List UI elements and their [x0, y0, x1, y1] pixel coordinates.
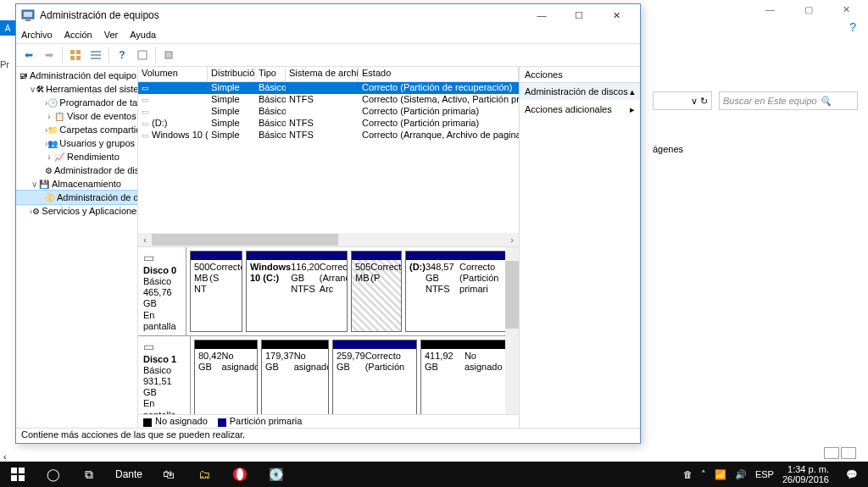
svg-rect-14 [11, 475, 17, 481]
tree-task-scheduler[interactable]: ›🕒Programador de tareas [16, 96, 137, 109]
submenu-icon: ▸ [630, 104, 635, 115]
systray[interactable]: 🗑 ˄ 📶 🔊 ESP [682, 469, 776, 480]
view-grid-button[interactable] [66, 46, 85, 64]
taskbar-app-dante[interactable]: Dante [107, 462, 151, 487]
taskbar[interactable]: ◯ ⧉ Dante 🛍 🗂 💽 🗑 ˄ 📶 🔊 ESP 1:34 p. m. 2… [0, 462, 868, 487]
svg-rect-13 [19, 468, 25, 473]
tray-recycle-icon[interactable]: 🗑 [683, 469, 693, 479]
bg-help-icon[interactable]: ? [849, 20, 856, 34]
taskbar-clock[interactable]: 1:34 p. m. 26/09/2016 [776, 464, 836, 484]
tree-storage[interactable]: ∨💾Almacenamiento [16, 177, 137, 191]
tray-volume-icon[interactable]: 🔊 [735, 469, 747, 480]
tree-event-viewer[interactable]: ›📋Visor de eventos [16, 109, 137, 123]
scroll-right-icon[interactable]: › [505, 235, 519, 245]
hdd-icon: ▭ [143, 340, 185, 354]
tree-device-manager[interactable]: ⚙Administrador de dispo [16, 163, 137, 177]
taskbar-app-store[interactable]: 🛍 [151, 462, 186, 487]
graph-vscrollbar[interactable] [505, 247, 519, 414]
tree-services-apps[interactable]: ›⚙Servicios y Aplicaciones [16, 204, 137, 218]
disk0-partition-4[interactable]: (D:)348,57 GB NTFSCorrecto (Partición pr… [405, 251, 515, 332]
bg-address-bar[interactable]: ∨ ↻ [653, 91, 712, 110]
svg-rect-7 [91, 51, 101, 53]
close-button[interactable]: ✕ [598, 4, 635, 26]
disk0-partition-1[interactable]: 500 MB NTCorrecto (S [190, 251, 242, 332]
bg-close-button[interactable]: ✕ [827, 0, 865, 19]
taskview-button[interactable]: ⧉ [71, 462, 107, 487]
address-refresh-icon[interactable]: ↻ [700, 96, 708, 107]
disk0-partition-3[interactable]: 505 MBCorrecto (P [351, 251, 402, 332]
disk1-partition-1[interactable]: 80,42 GBNo asignado [194, 340, 258, 421]
refresh-button[interactable] [133, 46, 152, 64]
help-button[interactable]: ? [113, 46, 131, 64]
disk1-partition-4[interactable]: 411,92 GBNo asignado [420, 340, 515, 421]
collapse-icon: ▴ [630, 86, 635, 97]
disk0-info[interactable]: ▭ Disco 0 Básico 465,76 GB En pantalla [138, 247, 186, 335]
nav-back-button[interactable]: ⬅ [19, 46, 38, 64]
bg-view-details-icon[interactable] [824, 447, 839, 459]
cortana-button[interactable]: ◯ [36, 462, 71, 487]
hdd-icon: ▭ [143, 251, 181, 265]
disk-row-1[interactable]: ▭ Disco 1 Básico 931,51 GB En pantalla 8… [138, 336, 519, 425]
ribbon-tab-fragment[interactable]: A [0, 20, 15, 36]
address-dropdown-icon[interactable]: ∨ [691, 96, 698, 107]
col-volumen[interactable]: Volumen [138, 67, 208, 82]
taskbar-app-opera[interactable] [222, 462, 258, 487]
start-button[interactable] [0, 462, 36, 487]
disk0-partition-2[interactable]: Windows 10 (C:)116,20 GB NTFSCorrecto (A… [246, 251, 348, 332]
action-center-button[interactable]: 💬 [836, 462, 868, 487]
volume-row[interactable]: SimpleBásicoCorrecto (Partición de recup… [138, 82, 519, 94]
computer-management-window: Administración de equipos — ☐ ✕ Archivo … [15, 3, 641, 444]
minimize-button[interactable]: — [523, 4, 560, 26]
volume-row[interactable]: SimpleBásicoNTFSCorrecto (Sistema, Activ… [138, 94, 519, 106]
taskbar-app-explorer[interactable]: 🗂 [186, 462, 222, 487]
svg-rect-1 [24, 12, 32, 17]
bg-minimize-button[interactable]: — [751, 0, 789, 19]
menu-accion[interactable]: Acción [64, 30, 92, 40]
volume-row[interactable]: (D:)SimpleBásicoNTFSCorrecto (Partición … [138, 118, 519, 130]
nav-forward-button[interactable]: ➡ [40, 46, 58, 64]
tray-overflow-icon[interactable]: ˄ [701, 469, 706, 480]
view-list-button[interactable] [86, 46, 105, 64]
volume-row[interactable]: Windows 10 (C:)SimpleBásicoNTFSCorrecto … [138, 130, 519, 141]
disk1-partition-2[interactable]: 179,37 GBNo asignado [261, 340, 329, 421]
menu-ayuda[interactable]: Ayuda [130, 30, 156, 40]
tree-system-tools[interactable]: ∨🛠Herramientas del sistema [16, 82, 137, 96]
tree-shared-folders[interactable]: ›📁Carpetas compartidas [16, 123, 137, 136]
maximize-button[interactable]: ☐ [560, 4, 598, 26]
scroll-left-icon[interactable]: ‹ [3, 451, 7, 462]
svg-rect-9 [91, 58, 101, 59]
bg-view-icons-icon[interactable] [841, 447, 856, 459]
col-distribucion[interactable]: Distribución [208, 67, 255, 82]
scroll-left-icon[interactable]: ‹ [138, 235, 152, 245]
bg-search-input[interactable]: Buscar en Este equipo 🔍 [719, 91, 858, 110]
nav-tree[interactable]: 🖳Administración del equipo (loc ∨🛠Herram… [16, 67, 138, 428]
col-fs[interactable]: Sistema de archivos [286, 67, 359, 82]
menu-ver[interactable]: Ver [104, 30, 119, 40]
tree-performance[interactable]: ›📈Rendimiento [16, 150, 137, 163]
taskbar-app-diskmgmt[interactable]: 💽 [258, 462, 293, 487]
volume-hscrollbar[interactable]: ‹ › [138, 233, 519, 246]
disk1-partition-3[interactable]: 259,79 GBCorrecto (Partición [332, 340, 417, 421]
disk1-info[interactable]: ▭ Disco 1 Básico 931,51 GB En pantalla [138, 336, 191, 424]
tree-disk-management[interactable]: 📀Administración de disco [16, 191, 137, 204]
volume-columns[interactable]: Volumen Distribución Tipo Sistema de arc… [138, 67, 519, 82]
col-tipo[interactable]: Tipo [255, 67, 286, 82]
actions-more[interactable]: Acciones adicionales▸ [520, 101, 640, 118]
col-estado[interactable]: Estado [359, 67, 519, 82]
tree-local-users[interactable]: ›👥Usuarios y grupos locale [16, 136, 137, 150]
statusbar: Contiene más acciones de las que se pued… [16, 428, 640, 443]
volume-list[interactable]: Volumen Distribución Tipo Sistema de arc… [138, 67, 519, 246]
titlebar[interactable]: Administración de equipos — ☐ ✕ [16, 4, 640, 26]
settings-button[interactable] [159, 46, 178, 64]
disk-row-0[interactable]: ▭ Disco 0 Básico 465,76 GB En pantalla 5… [138, 247, 519, 336]
app-icon [21, 8, 35, 22]
tray-language[interactable]: ESP [755, 469, 774, 479]
actions-diskmgmt[interactable]: Administración de discos▴ [520, 83, 640, 101]
tree-root[interactable]: 🖳Administración del equipo (loc [16, 69, 137, 82]
volume-row[interactable]: SimpleBásicoCorrecto (Partición primaria… [138, 106, 519, 118]
tray-network-icon[interactable]: 📶 [715, 469, 726, 480]
bg-maximize-button[interactable]: ▢ [789, 0, 827, 19]
scroll-thumb[interactable] [152, 234, 338, 246]
center-pane: Volumen Distribución Tipo Sistema de arc… [138, 67, 520, 428]
menu-archivo[interactable]: Archivo [21, 30, 53, 40]
